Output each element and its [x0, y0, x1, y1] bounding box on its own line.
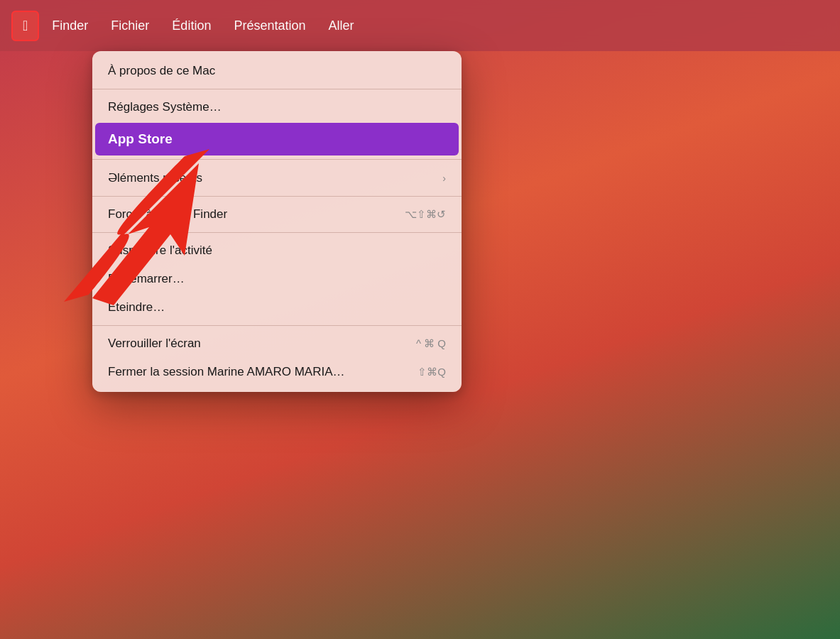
separator-4: [92, 232, 462, 233]
apple-dropdown-menu: À propos de ce Mac Réglages Système… App…: [92, 51, 462, 392]
fichier-menu[interactable]: Fichier: [101, 14, 159, 38]
appstore-item[interactable]: App Store: [95, 123, 459, 155]
settings-label: Réglages Système…: [108, 100, 222, 114]
logout-item[interactable]: Fermer la session Marine AMARO MARIA… ⇧⌘…: [92, 358, 462, 386]
shutdown-item[interactable]: Éteindre…: [92, 293, 462, 322]
sleep-item[interactable]: Suspendre l'activité: [92, 236, 462, 265]
menubar:  Finder Fichier Édition Présentation Al…: [0, 0, 840, 51]
lock-screen-label: Verrouiller l'écran: [108, 337, 201, 351]
recents-label: Əléments récents: [108, 170, 202, 185]
recents-item[interactable]: Əléments récents ›: [92, 163, 462, 192]
separator-2: [92, 159, 462, 160]
separator-3: [92, 196, 462, 197]
force-quit-label: Forcer à quitter Finder: [108, 207, 227, 222]
edition-menu[interactable]: Édition: [162, 14, 221, 38]
shutdown-label: Éteindre…: [108, 300, 165, 315]
sleep-label: Suspendre l'activité: [108, 244, 212, 258]
recents-arrow-icon: ›: [442, 173, 446, 184]
lock-screen-shortcut: ^ ⌘ Q: [416, 337, 446, 350]
restart-label: Redémarrer…: [108, 272, 185, 286]
separator-1: [92, 89, 462, 89]
about-mac-item[interactable]: À propos de ce Mac: [92, 57, 462, 85]
separator-5: [92, 325, 462, 326]
settings-item[interactable]: Réglages Système…: [92, 93, 462, 121]
about-mac-label: À propos de ce Mac: [108, 64, 215, 78]
finder-menu[interactable]: Finder: [42, 14, 98, 38]
logout-shortcut: ⇧⌘Q: [418, 366, 446, 378]
force-quit-shortcut: ⌥⇧⌘↺: [405, 208, 446, 221]
presentation-menu[interactable]: Présentation: [224, 14, 315, 38]
lock-screen-item[interactable]: Verrouiller l'écran ^ ⌘ Q: [92, 329, 462, 358]
aller-menu[interactable]: Aller: [318, 14, 364, 38]
force-quit-item[interactable]: Forcer à quitter Finder ⌥⇧⌘↺: [92, 200, 462, 229]
apple-menu-button[interactable]: : [11, 11, 39, 41]
restart-item[interactable]: Redémarrer…: [92, 265, 462, 293]
logout-label: Fermer la session Marine AMARO MARIA…: [108, 365, 344, 379]
appstore-label: App Store: [108, 131, 173, 147]
